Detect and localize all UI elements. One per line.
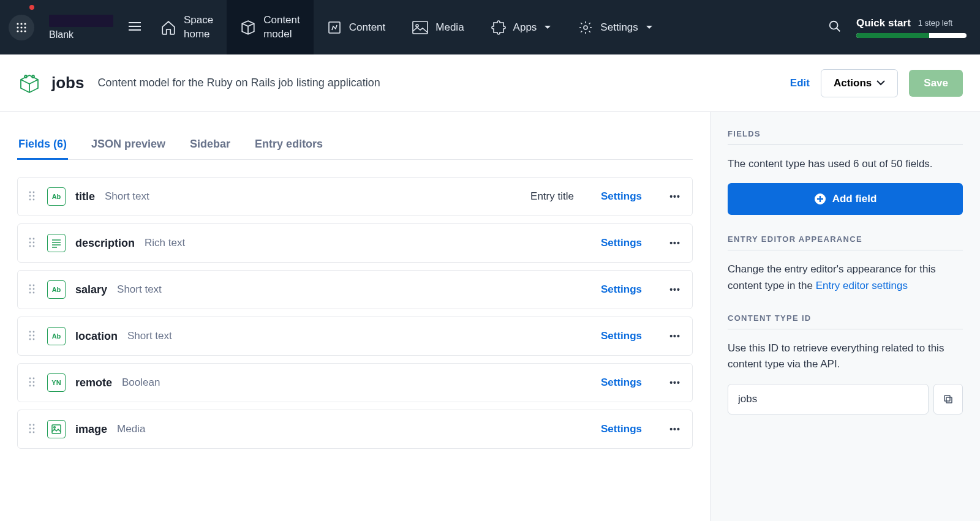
svg-point-58 (29, 431, 31, 433)
field-name: image (75, 423, 107, 436)
field-name: title (75, 190, 95, 203)
field-more-button[interactable]: ••• (669, 331, 681, 341)
field-type-badge: Ab (47, 187, 66, 206)
gear-icon (578, 20, 593, 35)
svg-point-57 (33, 427, 35, 429)
actions-button[interactable]: Actions (821, 69, 898, 97)
field-row: AbtitleShort textEntry titleSettings••• (17, 177, 693, 216)
field-name: location (75, 330, 118, 343)
save-button[interactable]: Save (909, 70, 963, 97)
svg-point-3 (17, 26, 18, 28)
entry-editor-settings-link[interactable]: Entry editor settings (816, 280, 908, 291)
svg-point-54 (29, 424, 31, 425)
svg-point-2 (24, 23, 26, 24)
field-settings-link[interactable]: Settings (601, 330, 642, 342)
field-more-button[interactable]: ••• (669, 378, 681, 388)
copy-icon (943, 394, 954, 405)
svg-point-6 (17, 30, 18, 32)
drag-handle-icon[interactable] (29, 424, 37, 435)
svg-point-1 (20, 23, 22, 24)
svg-point-7 (20, 30, 22, 32)
content-type-id-input[interactable] (728, 384, 929, 414)
drag-handle-icon[interactable] (29, 331, 37, 342)
field-more-button[interactable]: ••• (669, 424, 681, 434)
tab-entry-editors[interactable]: Entry editors (254, 129, 324, 159)
space-selector[interactable]: Blank (43, 0, 147, 54)
field-settings-link[interactable]: Settings (601, 237, 642, 249)
edit-link[interactable]: Edit (790, 77, 810, 89)
top-nav: Blank Spacehome Contentmodel Content Med… (0, 0, 980, 54)
drag-handle-icon[interactable] (29, 238, 37, 249)
nav-media[interactable]: Media (399, 0, 477, 54)
field-row: AbsalaryShort textSettings••• (17, 270, 693, 309)
hamburger-icon[interactable] (129, 21, 147, 33)
nav-logo[interactable] (0, 0, 43, 54)
panel-heading-ctid: Content Type ID (728, 313, 963, 329)
svg-point-52 (29, 384, 31, 386)
svg-point-48 (29, 377, 31, 379)
puzzle-icon (491, 20, 506, 35)
svg-point-39 (33, 288, 35, 290)
svg-point-50 (29, 381, 31, 383)
field-more-button[interactable]: ••• (669, 285, 681, 294)
nav-content-model[interactable]: Contentmodel (227, 0, 314, 54)
field-more-button[interactable]: ••• (669, 238, 681, 248)
content-type-icon (17, 71, 42, 96)
box-icon (240, 20, 256, 36)
field-row: AblocationShort textSettings••• (17, 317, 693, 356)
svg-point-46 (29, 338, 31, 340)
chevron-down-icon (646, 25, 653, 30)
tab-json-preview[interactable]: JSON preview (90, 129, 167, 159)
svg-point-27 (33, 238, 35, 239)
svg-point-56 (29, 427, 31, 429)
actions-label: Actions (834, 77, 872, 89)
drag-handle-icon[interactable] (29, 284, 37, 296)
quickstart-step: 1 step left (918, 18, 952, 28)
nav-content[interactable]: Content (314, 0, 399, 54)
nav-label: Settings (600, 21, 638, 34)
grid-icon (16, 22, 27, 33)
drag-handle-icon[interactable] (29, 191, 37, 203)
svg-rect-63 (946, 397, 952, 403)
tab-sidebar[interactable]: Sidebar (189, 129, 232, 159)
right-panel: Fields The content type has used 6 out o… (710, 112, 980, 521)
field-type-badge (47, 234, 66, 252)
home-icon (160, 20, 176, 36)
drag-handle-icon[interactable] (29, 377, 37, 389)
add-field-button[interactable]: Add field (728, 183, 963, 215)
svg-point-55 (33, 424, 35, 425)
field-row: descriptionRich textSettings••• (17, 223, 693, 263)
field-type: Short text (117, 283, 162, 296)
svg-point-59 (33, 431, 35, 433)
nav-settings[interactable]: Settings (565, 0, 666, 54)
field-settings-link[interactable]: Settings (601, 423, 642, 435)
nav-apps[interactable]: Apps (478, 0, 565, 54)
svg-point-61 (54, 427, 56, 429)
copy-id-button[interactable] (933, 384, 963, 414)
field-more-button[interactable]: ••• (669, 192, 681, 201)
nav-space-home[interactable]: Spacehome (147, 0, 227, 54)
plus-circle-icon (814, 193, 826, 205)
notification-dot-icon (29, 5, 34, 10)
svg-point-45 (33, 334, 35, 336)
nav-label: Content (349, 21, 386, 34)
field-type: Media (117, 423, 145, 435)
search-button[interactable] (828, 20, 842, 35)
quickstart-title: Quick start (856, 17, 911, 29)
quickstart-widget[interactable]: Quick start 1 step left (856, 17, 967, 38)
search-icon (828, 20, 842, 33)
svg-point-53 (33, 384, 35, 386)
field-settings-link[interactable]: Settings (601, 190, 642, 203)
tab-fields[interactable]: Fields (6) (17, 129, 68, 159)
svg-point-38 (29, 288, 31, 290)
field-type: Rich text (145, 237, 185, 249)
svg-point-14 (416, 24, 418, 27)
pen-icon (327, 20, 342, 35)
svg-point-36 (29, 284, 31, 286)
titlebar: jobs Content model for the Ruby on Rails… (0, 54, 980, 112)
field-settings-link[interactable]: Settings (601, 283, 642, 296)
svg-point-0 (17, 23, 18, 24)
field-settings-link[interactable]: Settings (601, 377, 642, 389)
field-type-badge: Ab (47, 280, 66, 299)
svg-point-49 (33, 377, 35, 379)
